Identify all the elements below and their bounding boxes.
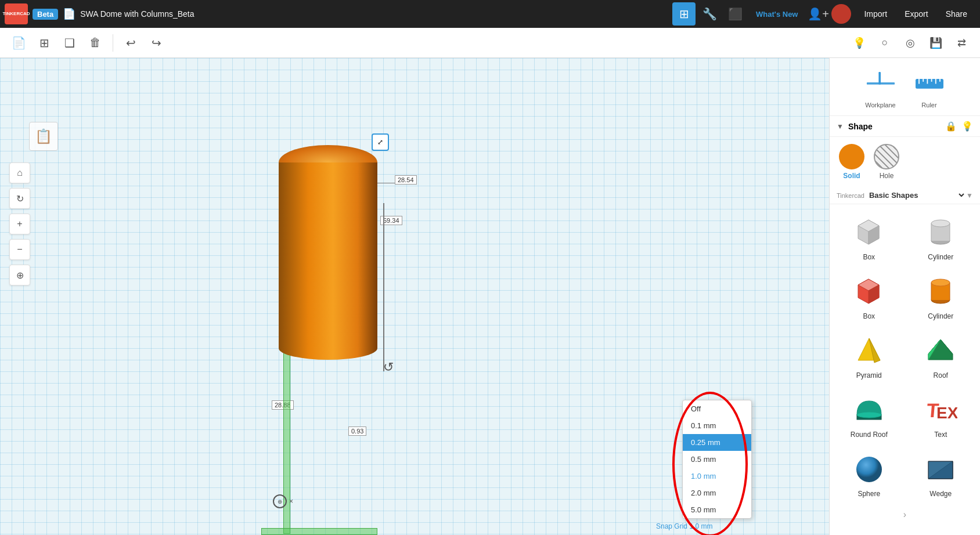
canvas-area[interactable]: ⌂ ↻ + − ⊕ 28.54 59.34 0.93 0.93 28.88 ⤢ bbox=[0, 58, 829, 535]
sphere-label: Sphere bbox=[858, 490, 880, 498]
snap-off[interactable]: Off bbox=[683, 400, 751, 417]
grid-view-btn[interactable]: ⊞ bbox=[672, 2, 696, 26]
shape-item-box-red[interactable]: Box bbox=[834, 268, 904, 325]
roof-label: Roof bbox=[934, 371, 948, 379]
shape-item-sphere[interactable]: Sphere bbox=[834, 446, 904, 503]
dimension-line-vertical bbox=[383, 203, 384, 371]
wedge-icon bbox=[922, 450, 959, 487]
svg-point-33 bbox=[857, 412, 881, 418]
cylinder-body bbox=[279, 162, 377, 360]
cylinder-orange-icon bbox=[922, 273, 959, 310]
scroll-more-btn[interactable]: › bbox=[830, 507, 980, 522]
new-btn[interactable]: 📄 bbox=[7, 31, 30, 55]
library-select[interactable]: Basic Shapes bbox=[867, 190, 966, 200]
cylinder-orange-label: Cylinder bbox=[928, 312, 953, 320]
right-panel: Workplane Ruler ▼ Shape 🔒 💡 bbox=[829, 58, 980, 535]
shape-item-text[interactable]: T EXT Text bbox=[906, 386, 976, 443]
cylinder-grey-icon bbox=[922, 214, 959, 251]
chevron-down-icon: ▼ bbox=[966, 191, 973, 200]
light-btn[interactable]: 💡 bbox=[848, 31, 871, 55]
box-grey-icon bbox=[851, 214, 888, 251]
solid-circle bbox=[839, 144, 864, 169]
document-icon: 📄 bbox=[63, 8, 75, 20]
beta-badge: Beta bbox=[33, 9, 58, 20]
ruler-icon bbox=[912, 65, 947, 100]
zoom-out-btn[interactable]: − bbox=[9, 239, 30, 260]
snap-0.25mm[interactable]: 0.25 mm bbox=[683, 434, 751, 451]
ruler-btn[interactable]: Ruler bbox=[907, 63, 952, 111]
svg-rect-2 bbox=[878, 72, 881, 85]
solid-hole-row: Solid Hole bbox=[830, 137, 980, 187]
shape-item-pyramid[interactable]: Pyramid bbox=[834, 327, 904, 384]
shape-item-wedge[interactable]: Wedge bbox=[906, 446, 976, 503]
snap-0.1mm[interactable]: 0.1 mm bbox=[683, 417, 751, 434]
separator bbox=[113, 34, 113, 52]
snap-grid-dropdown[interactable]: Off 0.1 mm 0.25 mm 0.5 mm 1.0 mm 2.0 mm … bbox=[682, 400, 752, 519]
zoom-in-btn[interactable]: + bbox=[9, 214, 30, 234]
action-buttons: Import Export Share bbox=[856, 6, 975, 22]
shape-item-cylinder-grey[interactable]: Cylinder bbox=[906, 209, 976, 266]
import-button[interactable]: Import bbox=[856, 6, 895, 22]
undo-btn[interactable]: ↩ bbox=[119, 31, 142, 55]
3d-cylinder[interactable]: ⤢ bbox=[279, 145, 377, 360]
shape-item-round-roof[interactable]: Round Roof bbox=[834, 386, 904, 443]
delete-btn[interactable]: 🗑 bbox=[84, 31, 107, 55]
green-guide-horizontal bbox=[261, 528, 377, 535]
snap-1.0mm[interactable]: 1.0 mm bbox=[683, 468, 751, 485]
roof-icon bbox=[922, 332, 959, 369]
move-icon[interactable]: ⊕ bbox=[273, 494, 287, 508]
tools-btn[interactable]: 🔧 bbox=[698, 2, 721, 26]
box-red-label: Box bbox=[863, 312, 875, 320]
workplane-icon bbox=[863, 65, 898, 100]
wedge-label: Wedge bbox=[929, 490, 952, 498]
copy-btn[interactable]: ⊞ bbox=[33, 31, 56, 55]
shape-panel-title: Shape bbox=[848, 122, 941, 131]
redo-btn[interactable]: ↪ bbox=[145, 31, 168, 55]
add-user-btn[interactable]: 👤+ bbox=[807, 3, 829, 25]
snap-5.0mm[interactable]: 5.0 mm bbox=[683, 501, 751, 518]
info-icon[interactable]: 💡 bbox=[961, 121, 973, 132]
snap-0.5mm[interactable]: 0.5 mm bbox=[683, 451, 751, 468]
rotate-handle[interactable]: ↺ bbox=[383, 360, 394, 375]
tinkercad-logo[interactable]: TIN KER CAD bbox=[5, 3, 28, 24]
settings-btn[interactable]: ⬛ bbox=[723, 2, 747, 26]
hole-label: Hole bbox=[880, 172, 894, 180]
view-btn2[interactable]: ◎ bbox=[899, 31, 922, 55]
home-view-btn[interactable]: ⌂ bbox=[9, 162, 30, 183]
snap-grid-label[interactable]: Snap Grid 1.0 mm bbox=[656, 522, 712, 530]
view-cube[interactable]: 📋 bbox=[29, 122, 58, 151]
lock-icon[interactable]: 🔒 bbox=[945, 121, 957, 132]
avatar[interactable] bbox=[831, 4, 851, 24]
box-grey-label: Box bbox=[863, 253, 875, 261]
shapes-grid: Box Cylinder bbox=[830, 204, 980, 507]
shape-panel-header: ▼ Shape 🔒 💡 bbox=[830, 116, 980, 137]
hole-circle bbox=[874, 144, 899, 169]
pyramid-label: Pyramid bbox=[856, 371, 882, 379]
hole-option[interactable]: Hole bbox=[874, 144, 899, 180]
whats-new-button[interactable]: What's New bbox=[751, 10, 802, 19]
export-button[interactable]: Export bbox=[896, 6, 936, 22]
workplane-label: Workplane bbox=[865, 102, 895, 109]
svg-point-36 bbox=[856, 457, 882, 482]
shape-item-cylinder-orange[interactable]: Cylinder bbox=[906, 268, 976, 325]
shape-panel-toggle[interactable]: ▼ bbox=[837, 122, 844, 131]
mirror-btn[interactable]: ⇄ bbox=[950, 31, 973, 55]
workplane-btn[interactable]: Workplane bbox=[859, 63, 903, 111]
transform-handle[interactable]: ⤢ bbox=[372, 133, 389, 151]
duplicate-btn[interactable]: ❑ bbox=[58, 31, 81, 55]
shape-item-roof[interactable]: Roof bbox=[906, 327, 976, 384]
ruler-label: Ruler bbox=[921, 102, 936, 109]
view-btn3[interactable]: 💾 bbox=[924, 31, 947, 55]
svg-marker-41 bbox=[928, 461, 953, 479]
reset-btn[interactable]: ⊕ bbox=[9, 265, 30, 285]
document-title[interactable]: SWA Dome with Columns_Beta bbox=[80, 9, 194, 19]
library-label: Tinkercad bbox=[837, 192, 864, 199]
orbit-btn[interactable]: ↻ bbox=[9, 188, 30, 209]
share-button[interactable]: Share bbox=[938, 6, 975, 22]
text-shape-icon: T EXT bbox=[922, 391, 959, 428]
position-indicator: ⊕ × bbox=[273, 494, 293, 508]
solid-option[interactable]: Solid bbox=[839, 144, 864, 180]
shape-item-box-grey[interactable]: Box bbox=[834, 209, 904, 266]
snap-2.0mm[interactable]: 2.0 mm bbox=[683, 485, 751, 501]
view-btn1[interactable]: ○ bbox=[873, 31, 896, 55]
